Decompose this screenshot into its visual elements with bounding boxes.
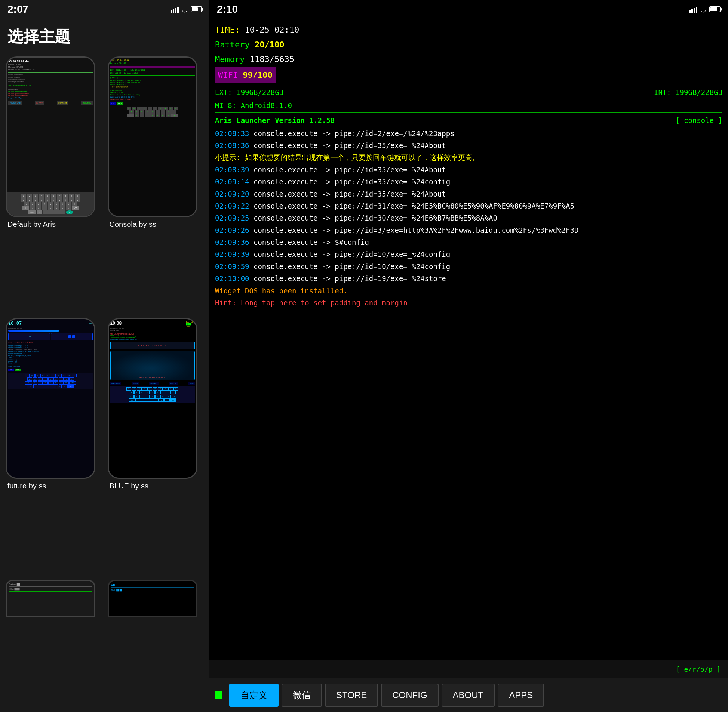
nav-btn-apps[interactable]: APPS [498,684,544,707]
battery-value: 20/100 [255,40,284,49]
theme-item-consola[interactable]: TIME: 05:08 10:06 Battery 10/100 EXT: 29… [108,56,204,313]
right-status-bar: 2:10 ◡ [209,0,728,19]
theme-phone-future: 10:07 19% Wednesday, one two ON [6,318,95,479]
time-label: TIME: [215,25,245,34]
terminal-footer: [ e/r/o/p ] [209,660,728,678]
left-status-bar: 2:07 ◡ [0,0,209,19]
wifi-label: WIFI [218,70,238,80]
time-line: TIME: 10-25 02:10 [215,22,722,37]
version-line: Aris Launcher Version 1.2.58 [ console ] [215,115,722,126]
theme-label-default: Default by Aris [6,220,56,229]
console-line-7: 02:09:25 console.execute -> pipe://id=30… [215,212,722,224]
terminal-header: TIME: 10-25 02:10 Battery 20/100 Memory … [209,19,728,83]
theme-phone-default: 05:08 15:02:44 Battery 75/100 Memory 137… [6,56,95,217]
right-wifi-icon: ◡ [700,5,706,13]
console-line-12: 02:10:00 console.execute -> pipe://id=19… [215,273,722,284]
theme-item-blue[interactable]: 10:08 BATTERY████19% Wednesday, one two0… [108,318,204,574]
nav-btn-customize[interactable]: 自定义 [229,684,279,707]
signal-icon [171,6,179,13]
console-line-hint: Hint: Long tap here to set padding and m… [215,297,722,309]
nav-btn-wechat[interactable]: 微信 [282,684,322,707]
ext-label: EXT: 199GB/228GB [215,87,284,98]
footer-bracket: [ e/r/o/p ] [676,665,721,673]
theme-label-future: future by ss [6,482,46,490]
right-time: 2:10 [217,3,238,15]
console-line-11: 02:09:59 console.execute -> pipe://id=10… [215,261,722,272]
battery-icon [191,6,202,12]
theme-item-future[interactable]: 10:07 19% Wednesday, one two ON [6,318,102,574]
memory-value: 1183/5635 [250,55,294,64]
theme-label-consola: Consola by ss [108,220,157,229]
page-title: 选择主题 [0,19,209,53]
future-theme-preview: 10:07 19% Wednesday, one two ON [7,319,94,478]
memory-label: Memory [215,55,245,64]
left-status-icons: ◡ [171,5,202,13]
memory-line: Memory 1183/5635 [215,52,722,67]
right-signal-icon [689,6,697,13]
console-line-10: 02:09:39 console.execute -> pipe://id=10… [215,249,722,260]
right-battery-icon [709,6,721,12]
console-line-widget: Widget DOS has been installled. [215,285,722,297]
theme-phone-consola: TIME: 05:08 10:06 Battery 10/100 EXT: 29… [108,56,198,217]
green-square-indicator [215,691,223,699]
console-line-6: 02:09:22 console.execute -> pipe://id=31… [215,200,722,212]
version-text: Aris Launcher Version 1.2.58 [215,116,335,125]
right-panel: 2:10 ◡ TIME: 10-25 02:10 Battery 20/100 [209,0,728,712]
consola-theme-preview: TIME: 05:08 10:06 Battery 10/100 EXT: 29… [109,58,196,216]
nav-btn-store[interactable]: STORE [325,684,378,707]
theme-item-partial-2[interactable]: CRT TIME: ██:██ [108,580,204,624]
int-label: INT: 199GB/228GB [654,87,722,98]
wifi-line: WIFI 99/100 [215,67,276,83]
theme-label-blue: BLUE by ss [108,482,149,490]
mi-label: MI 8: Android8.1.0 [215,100,722,111]
theme-item-default[interactable]: 05:08 15:02:44 Battery 75/100 Memory 137… [6,56,102,313]
time-value: 10-25 02:10 [245,25,299,34]
theme-grid: 05:08 15:02:44 Battery 75/100 Memory 137… [0,53,209,712]
console-line-5: 02:09:20 console.execute -> pipe://id=35… [215,188,722,200]
console-line-3: 02:08:39 console.execute -> pipe://id=35… [215,164,722,175]
battery-label: Battery [215,40,250,49]
separator [215,113,722,113]
wifi-icon: ◡ [182,5,188,13]
theme-item-partial-1[interactable]: Battery ██ MEM: ████ [6,580,102,624]
battery-line: Battery 20/100 [215,37,722,52]
console-line-4: 02:09:14 console.execute -> pipe://id=35… [215,176,722,187]
right-status-icons: ◡ [689,5,721,13]
console-line-2: 小提示: 如果你想要的结果出现在第一个，只要按回车键就可以了，这样效率更高。 [215,152,722,163]
console-line-1: 02:08:36 console.execute -> pipe://id=35… [215,140,722,151]
blue-theme-preview: 10:08 BATTERY████19% Wednesday, one two0… [109,319,196,478]
theme-phone-blue: 10:08 BATTERY████19% Wednesday, one two0… [108,318,198,479]
wifi-value: 99/100 [243,70,272,80]
console-bracket: [ console ] [675,115,722,126]
storage-line: EXT: 199GB/228GB INT: 199GB/228GB [215,87,722,98]
bottom-nav: 自定义 微信 STORE CONFIG ABOUT APPS [209,678,728,712]
default-theme-preview: 05:08 15:02:44 Battery 75/100 Memory 137… [7,58,94,216]
console-line-9: 02:09:36 console.execute -> $#config [215,237,722,248]
console-line-0: 02:08:33 console.execute -> pipe://id=2/… [215,128,722,139]
left-time: 2:07 [7,3,28,15]
terminal-body: EXT: 199GB/228GB INT: 199GB/228GB MI 8: … [209,83,728,660]
nav-btn-about[interactable]: ABOUT [441,684,495,707]
left-panel: 2:07 ◡ 选择主题 05:08 15:02:44 Battery 75/10… [0,0,209,712]
console-line-8: 02:09:26 console.execute -> pipe://id=3/… [215,225,722,236]
nav-btn-config[interactable]: CONFIG [381,684,438,707]
